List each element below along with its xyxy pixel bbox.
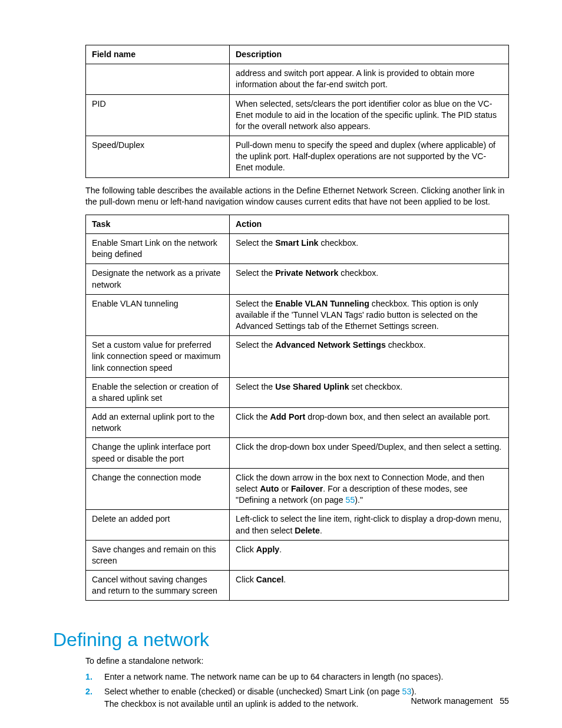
task-cell: Save changes and remain on this screen [86, 540, 230, 570]
text: ). [411, 687, 416, 696]
task-cell: Delete an added port [86, 510, 230, 540]
table-row: Add an external uplink port to the netwo… [86, 408, 509, 438]
page-link[interactable]: 53 [402, 687, 412, 696]
paragraph: The following table describes the availa… [85, 185, 509, 207]
table-header-description: Description [230, 45, 509, 64]
bold-text: Failover [291, 484, 323, 493]
text: The checkbox is not available until an u… [104, 699, 358, 709]
description-cell: When selected, sets/clears the port iden… [230, 94, 509, 136]
text: drop-down box, and then select an availa… [305, 412, 490, 421]
text: Left-click to select the line item, righ… [236, 514, 501, 535]
bold-text: Add Port [270, 412, 305, 421]
bold-text: Private Network [275, 268, 338, 278]
task-cell: Add an external uplink port to the netwo… [86, 408, 230, 438]
action-cell: Select the Enable VLAN Tunneling checkbo… [230, 294, 509, 336]
action-cell: Click the drop-down box under Speed/Dupl… [230, 438, 509, 468]
table-header-field: Field name [86, 45, 230, 64]
text: Select the [236, 268, 275, 278]
page: Field name Description address and switc… [0, 0, 562, 728]
description-cell: Pull-down menu to specify the speed and … [230, 136, 509, 178]
page-footer: Network management 55 [411, 696, 509, 706]
footer-label: Network management [411, 696, 493, 706]
table-row: Enable VLAN tunneling Select the Enable … [86, 294, 509, 336]
table-row: Speed/Duplex Pull-down menu to specify t… [86, 136, 509, 178]
task-cell: Cancel without saving changes and return… [86, 571, 230, 601]
field-description-table: Field name Description address and switc… [85, 45, 509, 178]
text: Select whether to enable (checked) or di… [104, 687, 402, 696]
content-area: Field name Description address and switc… [85, 45, 509, 710]
text: Click [236, 545, 256, 554]
action-cell: Select the Smart Link checkbox. [230, 234, 509, 264]
table-row: PID When selected, sets/clears the port … [86, 94, 509, 136]
table-row: Delete an added port Left-click to selec… [86, 510, 509, 540]
table-row: Change the connection mode Click the dow… [86, 468, 509, 510]
text: set checkbox. [349, 382, 403, 391]
field-cell: PID [86, 94, 230, 136]
table-row: Enable the selection or creation of a sh… [86, 377, 509, 407]
text: checkbox. [338, 268, 378, 278]
text: Select the [236, 340, 275, 350]
text: or [279, 484, 291, 493]
table-header-row: Field name Description [86, 45, 509, 64]
text: checkbox. [386, 340, 426, 350]
step-number: 1. [85, 671, 104, 683]
action-cell: Click Apply. [230, 540, 509, 570]
intro-paragraph: To define a standalone network: [85, 655, 509, 667]
task-cell: Enable Smart Link on the network being d… [86, 234, 230, 264]
action-cell: Click Cancel. [230, 571, 509, 601]
bold-text: Enable VLAN Tunneling [275, 299, 369, 308]
text: Click the [236, 412, 270, 421]
list-item: 1. Enter a network name. The network nam… [85, 671, 509, 683]
task-cell: Enable the selection or creation of a sh… [86, 377, 230, 407]
text: Select the [236, 238, 275, 248]
table-row: Change the uplink interface port speed o… [86, 438, 509, 468]
table-row: Enable Smart Link on the network being d… [86, 234, 509, 264]
text: )." [355, 495, 363, 505]
bold-text: Cancel [256, 575, 284, 584]
table-row: Cancel without saving changes and return… [86, 571, 509, 601]
description-cell: address and switch port appear. A link i… [230, 64, 509, 94]
table-row: address and switch port appear. A link i… [86, 64, 509, 94]
bold-text: Use Shared Uplink [275, 382, 349, 391]
action-cell: Select the Advanced Network Settings che… [230, 336, 509, 378]
bold-text: Advanced Network Settings [275, 340, 386, 350]
section-heading: Defining a network [53, 629, 509, 651]
table-header-action: Action [230, 215, 509, 233]
bold-text: Apply [256, 545, 279, 554]
action-cell: Select the Use Shared Uplink set checkbo… [230, 377, 509, 407]
table-row: Save changes and remain on this screen C… [86, 540, 509, 570]
field-cell [86, 64, 230, 94]
step-text: Enter a network name. The network name c… [104, 671, 509, 683]
task-cell: Designate the network as a private netwo… [86, 264, 230, 294]
bold-text: Delete [295, 526, 320, 535]
text: . [279, 545, 282, 554]
action-cell: Left-click to select the line item, righ… [230, 510, 509, 540]
action-cell: Click the down arrow in the box next to … [230, 468, 509, 510]
table-row: Set a custom value for preferred link co… [86, 336, 509, 378]
bold-text: Auto [260, 484, 279, 493]
task-action-table: Task Action Enable Smart Link on the net… [85, 215, 509, 601]
text: checkbox. [318, 238, 358, 248]
task-cell: Set a custom value for preferred link co… [86, 336, 230, 378]
table-header-row: Task Action [86, 215, 509, 233]
text: . [320, 526, 322, 535]
text: Select the [236, 299, 275, 308]
action-cell: Click the Add Port drop-down box, and th… [230, 408, 509, 438]
task-cell: Enable VLAN tunneling [86, 294, 230, 336]
text: Select the [236, 382, 275, 391]
field-cell: Speed/Duplex [86, 136, 230, 178]
action-cell: Select the Private Network checkbox. [230, 264, 509, 294]
task-cell: Change the uplink interface port speed o… [86, 438, 230, 468]
table-header-task: Task [86, 215, 230, 233]
table-row: Designate the network as a private netwo… [86, 264, 509, 294]
step-number: 2. [85, 686, 104, 711]
footer-page-number: 55 [500, 696, 509, 706]
text: . [283, 575, 286, 584]
bold-text: Smart Link [275, 238, 318, 248]
text: Click [236, 575, 256, 584]
task-cell: Change the connection mode [86, 468, 230, 510]
page-link[interactable]: 55 [346, 495, 355, 505]
